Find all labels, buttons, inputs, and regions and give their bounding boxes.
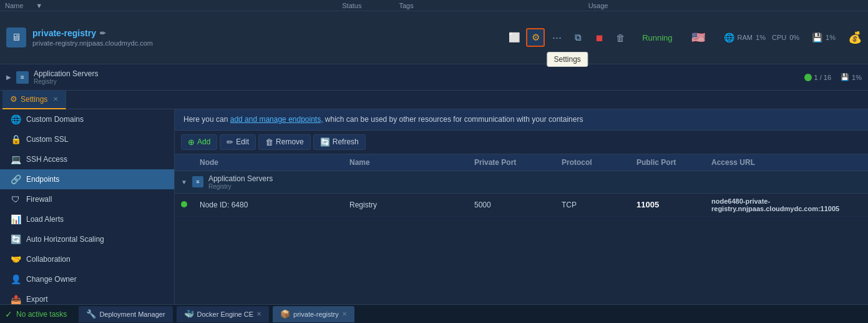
panel-toolbar: ⊕ Add ✏ Edit 🗑 Remove 🔄 Refresh xyxy=(175,131,868,154)
stop-button[interactable]: ⏹ xyxy=(590,28,608,47)
server-name: Application Servers xyxy=(34,69,98,78)
row-access-url[interactable]: node6480-private-registry.nnjpaas.cloudm… xyxy=(711,197,862,212)
server-usage: 1 / 16 💾 1% xyxy=(804,73,862,81)
export-label: Export xyxy=(26,295,48,304)
hdd-small-icon: 💾 xyxy=(841,73,849,81)
custom-ssl-label: Custom SSL xyxy=(26,135,68,144)
nodes-count: 1 / 16 xyxy=(814,74,832,81)
usage-section: 🌐 RAM 1% CPU 0% 💾 1% 💰 xyxy=(724,31,862,44)
env-name-row: private-registry ✏ xyxy=(32,28,505,38)
auto-horizontal-icon: 🔄 xyxy=(10,234,21,244)
col-name-header: Name xyxy=(5,2,23,9)
collaboration-icon: 🤝 xyxy=(10,254,21,264)
ram-usage: 🌐 RAM 1% CPU 0% xyxy=(724,32,800,42)
edit-label: Edit xyxy=(236,137,249,146)
sort-icon: ▼ xyxy=(36,2,42,9)
refresh-icon: 🔄 xyxy=(320,137,330,147)
server-icon: ≡ xyxy=(16,71,29,84)
settings-tab[interactable]: ⚙ Settings ✕ xyxy=(2,91,66,109)
th-name: Name xyxy=(349,158,474,167)
sidebar-item-custom-domains[interactable]: 🌐 Custom Domains xyxy=(0,109,174,129)
sidebar-item-export[interactable]: 📤 Export xyxy=(0,289,174,304)
content-area: 🌐 Custom Domains 🔒 Custom SSL 💻 SSH Acce… xyxy=(0,109,868,304)
docker-close-icon[interactable]: ✕ xyxy=(256,311,261,317)
collaboration-label: Collaboration xyxy=(26,255,71,264)
th-protocol: Protocol xyxy=(562,158,636,167)
col-tags-header: Tags xyxy=(399,2,413,9)
expand-button[interactable]: ⬜ xyxy=(505,28,524,47)
sidebar-item-endpoints[interactable]: 🔗 Endpoints xyxy=(0,169,174,189)
env-icon: 🖥 xyxy=(6,27,26,47)
add-button[interactable]: ⊕ Add xyxy=(181,134,217,150)
group-expand-arrow[interactable]: ▼ xyxy=(181,179,187,186)
edit-button[interactable]: ✏ Edit xyxy=(220,134,256,150)
sidebar: 🌐 Custom Domains 🔒 Custom SSL 💻 SSH Acce… xyxy=(0,109,175,304)
sidebar-item-collaboration[interactable]: 🤝 Collaboration xyxy=(0,249,174,269)
nodes-button[interactable]: ⋯ xyxy=(547,28,566,47)
server-storage: 1% xyxy=(852,74,862,81)
load-alerts-icon: 📊 xyxy=(10,214,21,224)
hdd-icon: 💾 xyxy=(812,32,822,42)
money-usage: 💰 xyxy=(848,31,862,44)
group-name: Application Servers xyxy=(208,174,273,183)
col-status-header: Status xyxy=(342,2,361,9)
registry-close-icon[interactable]: ✕ xyxy=(342,311,347,317)
settings-tab-icon: ⚙ xyxy=(10,94,17,104)
custom-ssl-icon: 🔒 xyxy=(10,134,21,144)
group-icon: ≡ xyxy=(192,176,203,187)
sidebar-item-change-owner[interactable]: 👤 Change Owner xyxy=(0,269,174,289)
group-sub: Registry xyxy=(208,183,273,190)
column-headers: Name ▼ Status Tags Usage xyxy=(0,0,868,11)
endpoint-table: Node Name Private Port Protocol Public P… xyxy=(175,154,868,304)
task-status: ✓ No active tasks xyxy=(5,309,76,319)
storage-icon: 💾 1% xyxy=(841,73,862,81)
auto-horizontal-label: Auto Horizontal Scaling xyxy=(26,235,104,244)
export-icon: 📤 xyxy=(10,294,21,304)
row-name: Registry xyxy=(349,201,474,209)
sidebar-item-ssh-access[interactable]: 💻 SSH Access xyxy=(0,149,174,169)
info-bar: Here you can add and manage endpoints, w… xyxy=(175,109,868,131)
settings-tab-close[interactable]: ✕ xyxy=(53,96,58,102)
info-link[interactable]: add and manage endpoints, xyxy=(230,115,323,124)
expand-arrow-icon[interactable]: ▶ xyxy=(6,74,11,81)
status-section: Running 🇺🇸 xyxy=(642,31,705,44)
bottom-tab-docker[interactable]: 🐳 Docker Engine CE ✕ xyxy=(177,306,270,322)
refresh-button[interactable]: 🔄 Refresh xyxy=(313,134,366,150)
bottom-bar: ✓ No active tasks 🔧 Deployment Manager 🐳… xyxy=(0,304,868,323)
green-dot: 1 / 16 xyxy=(804,74,832,81)
registry-icon: 📦 xyxy=(280,309,290,319)
th-access-url: Access URL xyxy=(711,158,862,167)
table-row[interactable]: Node ID: 6480 Registry 5000 TCP 11005 no… xyxy=(175,194,868,217)
clone-button[interactable]: ⧉ xyxy=(568,28,587,47)
settings-tab-label: Settings xyxy=(21,95,47,104)
tab-bar: ⚙ Settings ✕ xyxy=(0,91,868,109)
env-info: private-registry ✏ private-registry.nnjp… xyxy=(32,28,505,47)
server-info: Application Servers Registry xyxy=(34,69,98,85)
ssh-access-icon: 💻 xyxy=(10,154,21,164)
change-owner-label: Change Owner xyxy=(26,275,77,284)
delete-button[interactable]: 🗑 xyxy=(611,28,630,47)
sidebar-item-custom-ssl[interactable]: 🔒 Custom SSL xyxy=(0,129,174,149)
cpu-value: 0% xyxy=(789,34,799,41)
firewall-icon: 🛡 xyxy=(10,194,21,204)
toolbar-actions: ⬜ ⚙ ⋯ ⧉ ⏹ 🗑 Settings xyxy=(505,28,630,47)
row-status-indicator xyxy=(181,201,200,209)
remove-button[interactable]: 🗑 Remove xyxy=(258,134,311,150)
app-servers-row: ▶ ≡ Application Servers Registry 1 / 16 … xyxy=(0,64,868,91)
th-expand xyxy=(181,158,200,167)
ram-label: RAM xyxy=(738,34,753,41)
sidebar-item-firewall[interactable]: 🛡 Firewall xyxy=(0,189,174,209)
settings-button[interactable]: ⚙ xyxy=(526,28,545,47)
flag-icon: 🇺🇸 xyxy=(691,31,705,44)
sidebar-item-auto-horizontal[interactable]: 🔄 Auto Horizontal Scaling xyxy=(0,229,174,249)
bottom-tab-deployment[interactable]: 🔧 Deployment Manager xyxy=(79,306,172,322)
row-node: Node ID: 6480 xyxy=(200,201,349,209)
table-header: Node Name Private Port Protocol Public P… xyxy=(175,154,868,171)
bottom-tab-private-registry[interactable]: 📦 private-registry ✕ xyxy=(273,306,354,322)
row-private-port: 5000 xyxy=(474,201,562,209)
sidebar-item-load-alerts[interactable]: 📊 Load Alerts xyxy=(0,209,174,229)
ram-icon: 🌐 xyxy=(724,32,734,42)
status-running: Running xyxy=(642,33,672,42)
env-edit-icon[interactable]: ✏ xyxy=(100,29,105,37)
custom-domains-label: Custom Domains xyxy=(26,115,84,124)
